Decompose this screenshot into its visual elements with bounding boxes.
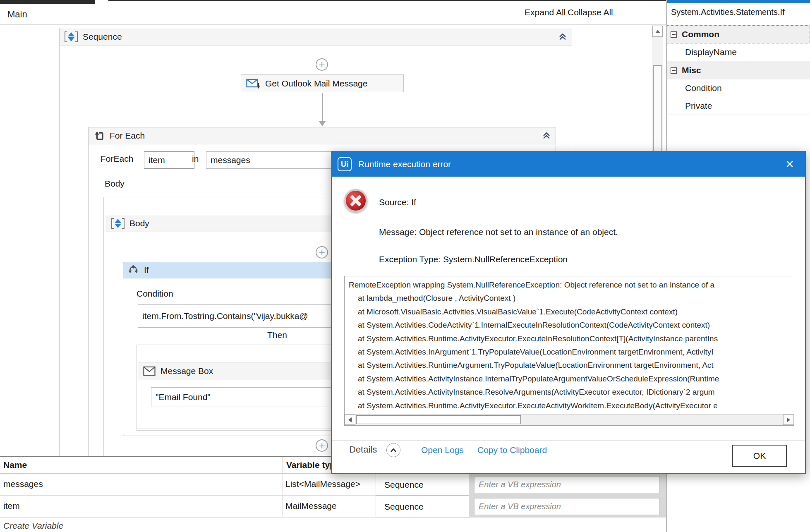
create-variable-button[interactable]: Create Variable bbox=[3, 521, 63, 531]
if-label: If bbox=[144, 265, 149, 275]
default-value-input[interactable] bbox=[474, 476, 660, 493]
stack-trace-text: RemoteException wrapping System.NullRefe… bbox=[349, 278, 793, 412]
details-collapse-toggle[interactable] bbox=[386, 443, 400, 457]
arrow-right-icon bbox=[787, 417, 790, 422]
collapse-chevron-icon[interactable] bbox=[558, 33, 567, 41]
footer-separator bbox=[332, 440, 805, 441]
add-activity-icon[interactable]: + bbox=[316, 439, 328, 452]
header-separator bbox=[0, 24, 666, 25]
foreach-item-input[interactable]: item bbox=[144, 151, 194, 169]
stack-trace-line: at System.Activities.Runtime.ActivityExe… bbox=[349, 332, 793, 345]
connector-arrow-icon bbox=[319, 121, 326, 126]
sequence-label: Sequence bbox=[83, 32, 122, 42]
variable-scope-cell[interactable]: Sequence bbox=[376, 496, 469, 518]
foreach-keyword-label: ForEach bbox=[101, 154, 133, 164]
error-source-line: Source: If bbox=[379, 197, 416, 207]
variable-scope-cell[interactable]: Sequence bbox=[376, 474, 469, 496]
condition-label: Condition bbox=[137, 289, 173, 299]
property-section-misc[interactable]: Misc bbox=[667, 61, 810, 79]
stack-trace-line: at System.Activities.ActivityInstance.In… bbox=[349, 372, 793, 386]
connector-line bbox=[322, 93, 323, 121]
stack-trace-line: at System.Activities.InArgument`1.TryPop… bbox=[349, 345, 793, 359]
stack-trace-line: at System.Activities.Runtime.ActivityExe… bbox=[349, 399, 793, 412]
displayname-label: DisplayName bbox=[667, 47, 737, 57]
in-keyword-label: in bbox=[192, 154, 199, 164]
arrow-up-icon bbox=[655, 30, 660, 33]
property-row-displayname[interactable]: DisplayName bbox=[667, 43, 810, 61]
for-each-header[interactable]: For Each bbox=[89, 127, 556, 144]
body-sequence-label: Body bbox=[129, 218, 149, 228]
scrollbar-thumb[interactable] bbox=[356, 415, 521, 424]
property-section-common[interactable]: Common bbox=[667, 25, 810, 43]
stack-trace-box[interactable]: RemoteException wrapping System.NullRefe… bbox=[344, 276, 794, 426]
body-caption: Body bbox=[105, 179, 125, 189]
for-each-label: For Each bbox=[110, 131, 145, 141]
collapse-all-button[interactable]: Collapse All bbox=[568, 7, 613, 17]
chevron-up-icon bbox=[390, 448, 397, 453]
property-row-private[interactable]: Private bbox=[667, 97, 810, 115]
error-message-line: Message: Object reference not set to an … bbox=[379, 227, 618, 237]
error-icon bbox=[344, 189, 367, 212]
get-outlook-mail-label: Get Outlook Mail Message bbox=[265, 79, 367, 89]
variable-default-cell bbox=[469, 496, 666, 518]
collapse-section-icon[interactable] bbox=[671, 31, 677, 38]
collapse-section-icon[interactable] bbox=[671, 67, 677, 74]
properties-panel-accent-bar bbox=[667, 0, 810, 3]
scroll-left-button[interactable] bbox=[345, 415, 355, 425]
top-divider bbox=[108, 0, 666, 1]
variable-name-cell[interactable]: messages bbox=[3, 479, 43, 489]
details-label: Details bbox=[349, 444, 377, 455]
common-section-label: Common bbox=[682, 29, 719, 39]
variable-type-cell[interactable]: MailMessage bbox=[285, 501, 337, 511]
variable-row[interactable]: item MailMessage Sequence bbox=[0, 496, 666, 518]
error-exception-line: Exception Type: System.NullReferenceExce… bbox=[379, 254, 568, 264]
scroll-up-button[interactable] bbox=[652, 26, 663, 37]
open-logs-link[interactable]: Open Logs bbox=[421, 445, 464, 455]
copy-to-clipboard-link[interactable]: Copy to Clipboard bbox=[477, 445, 547, 455]
stack-trace-line: at System.Activities.CodeActivity`1.Inte… bbox=[349, 319, 793, 332]
loop-icon bbox=[93, 130, 105, 141]
mail-icon bbox=[143, 366, 156, 376]
add-activity-icon[interactable]: + bbox=[316, 58, 328, 71]
name-column-header: Name bbox=[3, 460, 27, 470]
stack-trace-line: at Microsoft.VisualBasic.Activities.Visu… bbox=[349, 305, 793, 319]
property-row-condition[interactable]: Condition bbox=[667, 79, 810, 97]
ok-button[interactable]: OK bbox=[732, 445, 787, 467]
properties-title: System.Activities.Statements.If bbox=[671, 7, 785, 17]
condition-property-label: Condition bbox=[667, 83, 722, 93]
dialog-titlebar[interactable]: Ui Runtime execution error ✕ bbox=[332, 152, 805, 177]
runtime-error-dialog: Ui Runtime execution error ✕ Source: If … bbox=[331, 151, 806, 474]
stack-trace-line: at System.Activities.ActivityInstance.Re… bbox=[349, 386, 793, 399]
trace-horizontal-scrollbar[interactable] bbox=[345, 414, 794, 425]
stack-trace-line: RemoteException wrapping System.NullRefe… bbox=[349, 278, 793, 292]
add-activity-icon[interactable]: + bbox=[316, 246, 328, 259]
uipath-logo-icon: Ui bbox=[338, 157, 352, 171]
stack-trace-line: at lambda_method(Closure , ActivityConte… bbox=[349, 292, 793, 305]
breadcrumb[interactable]: Main bbox=[7, 9, 27, 20]
variable-row[interactable]: messages List<MailMessage> Sequence bbox=[0, 474, 666, 496]
collapse-chevron-icon[interactable] bbox=[542, 132, 551, 139]
variable-type-cell[interactable]: List<MailMessage> bbox=[285, 479, 360, 489]
mail-download-icon bbox=[246, 78, 260, 89]
dialog-title: Runtime execution error bbox=[358, 159, 451, 169]
sequence-icon bbox=[111, 218, 125, 229]
get-outlook-mail-activity[interactable]: Get Outlook Mail Message bbox=[241, 74, 404, 92]
expand-all-button[interactable]: Expand All bbox=[525, 7, 566, 17]
message-box-label: Message Box bbox=[161, 366, 213, 376]
close-icon[interactable]: ✕ bbox=[785, 159, 794, 170]
misc-section-label: Misc bbox=[682, 65, 701, 75]
branch-icon bbox=[127, 265, 139, 276]
arrow-left-icon bbox=[348, 417, 352, 422]
ribbon-tab-fragment bbox=[0, 0, 95, 4]
scroll-right-button[interactable] bbox=[783, 415, 794, 425]
sequence-header[interactable]: Sequence bbox=[60, 28, 572, 46]
variable-default-cell bbox=[469, 474, 666, 496]
sequence-icon bbox=[65, 31, 78, 42]
stack-trace-line: at System.Activities.RuntimeArgument.Try… bbox=[349, 359, 793, 372]
private-property-label: Private bbox=[667, 101, 712, 111]
default-value-input[interactable] bbox=[474, 498, 660, 515]
variable-name-cell[interactable]: item bbox=[3, 501, 20, 511]
